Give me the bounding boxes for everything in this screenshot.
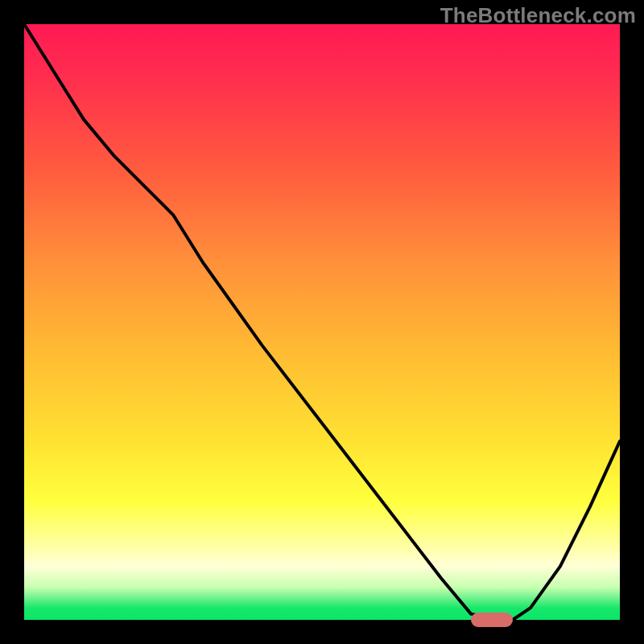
optimum-marker	[471, 613, 513, 627]
chart-frame: TheBottleneck.com	[0, 0, 644, 644]
plot-area	[24, 24, 620, 620]
bottleneck-curve	[24, 24, 620, 620]
